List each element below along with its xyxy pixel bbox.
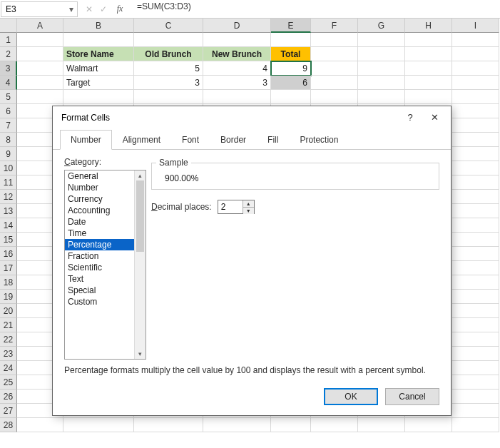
cell-I1[interactable] (452, 33, 499, 47)
row-header-20[interactable]: 20 (0, 304, 17, 318)
cell-I4[interactable] (452, 76, 499, 90)
row-header-25[interactable]: 25 (0, 375, 17, 390)
cell-D28[interactable] (203, 418, 271, 432)
ok-button[interactable]: OK (324, 388, 378, 405)
spinner-down-icon[interactable]: ▼ (243, 208, 254, 214)
row-header-22[interactable]: 22 (0, 332, 17, 347)
column-header-G[interactable]: G (358, 19, 405, 33)
row-header-4[interactable]: 4 (0, 76, 17, 90)
cell-B1[interactable] (63, 33, 134, 47)
confirm-formula-icon[interactable]: ✓ (100, 4, 107, 14)
cell-G5[interactable] (358, 90, 405, 104)
row-header-12[interactable]: 12 (0, 190, 17, 204)
cell-H5[interactable] (405, 90, 452, 104)
tab-alignment[interactable]: Alignment (112, 130, 171, 150)
cell-C5[interactable] (134, 90, 203, 104)
cell-G2[interactable] (358, 47, 405, 61)
cell-I24[interactable] (452, 361, 499, 375)
cell-I28[interactable] (452, 418, 499, 432)
cell-H4[interactable] (405, 76, 452, 90)
tab-number[interactable]: Number (60, 130, 112, 150)
cell-B3[interactable]: Walmart (63, 61, 134, 76)
cell-I10[interactable] (452, 161, 499, 175)
cell-F3[interactable] (311, 61, 358, 76)
cell-E1[interactable] (271, 33, 311, 47)
decimal-places-stepper[interactable]: ▲ ▼ (218, 200, 255, 214)
name-box[interactable]: E3 (1, 4, 66, 14)
cell-I12[interactable] (452, 190, 499, 204)
cell-I18[interactable] (452, 275, 499, 290)
select-all-corner[interactable] (0, 19, 17, 33)
column-header-F[interactable]: F (311, 19, 358, 33)
cell-G3[interactable] (358, 61, 405, 76)
column-header-A[interactable]: A (17, 19, 63, 33)
row-header-9[interactable]: 9 (0, 147, 17, 161)
cell-I21[interactable] (452, 318, 499, 332)
row-header-5[interactable]: 5 (0, 90, 17, 104)
column-header-B[interactable]: B (63, 19, 134, 33)
row-header-3[interactable]: 3 (0, 61, 17, 76)
cell-I16[interactable] (452, 247, 499, 261)
cell-E28[interactable] (271, 418, 311, 432)
tab-border[interactable]: Border (210, 130, 257, 150)
scroll-thumb[interactable] (136, 180, 144, 252)
cell-E5[interactable] (271, 90, 311, 104)
row-header-11[interactable]: 11 (0, 175, 17, 190)
column-header-E[interactable]: E (271, 19, 311, 33)
row-header-13[interactable]: 13 (0, 204, 17, 218)
row-header-8[interactable]: 8 (0, 133, 17, 147)
cell-I5[interactable] (452, 90, 499, 104)
category-listbox[interactable]: GeneralNumberCurrencyAccountingDateTimeP… (64, 170, 146, 360)
row-header-17[interactable]: 17 (0, 261, 17, 275)
cell-I7[interactable] (452, 118, 499, 133)
cell-I19[interactable] (452, 290, 499, 304)
cell-A1[interactable] (17, 33, 63, 47)
cell-F5[interactable] (311, 90, 358, 104)
row-header-6[interactable]: 6 (0, 104, 17, 118)
cell-A5[interactable] (17, 90, 63, 104)
cell-C3[interactable]: 5 (134, 61, 203, 76)
scroll-up-icon[interactable]: ▴ (135, 170, 146, 180)
cell-I17[interactable] (452, 261, 499, 275)
cell-F1[interactable] (311, 33, 358, 47)
cell-C4[interactable]: 3 (134, 76, 203, 90)
cell-I13[interactable] (452, 204, 499, 218)
cell-A4[interactable] (17, 76, 63, 90)
row-header-7[interactable]: 7 (0, 118, 17, 133)
cell-F4[interactable] (311, 76, 358, 90)
cell-A3[interactable] (17, 61, 63, 76)
cell-I26[interactable] (452, 390, 499, 404)
cell-H3[interactable] (405, 61, 452, 76)
cell-A2[interactable] (17, 47, 63, 61)
row-header-15[interactable]: 15 (0, 233, 17, 247)
cell-I27[interactable] (452, 404, 499, 418)
cell-I20[interactable] (452, 304, 499, 318)
cell-B2[interactable]: Store Name (63, 47, 134, 61)
cell-I9[interactable] (452, 147, 499, 161)
cell-B28[interactable] (63, 418, 134, 432)
cell-G4[interactable] (358, 76, 405, 90)
cell-H28[interactable] (405, 418, 452, 432)
row-header-10[interactable]: 10 (0, 161, 17, 175)
cell-A28[interactable] (17, 418, 63, 432)
cell-I2[interactable] (452, 47, 499, 61)
dialog-titlebar[interactable]: Format Cells ? ✕ (53, 106, 451, 129)
dialog-close-button[interactable]: ✕ (422, 108, 447, 127)
dialog-help-button[interactable]: ? (398, 108, 422, 127)
fx-icon[interactable]: fx (114, 4, 126, 14)
row-header-19[interactable]: 19 (0, 290, 17, 304)
cell-F2[interactable] (311, 47, 358, 61)
cell-C1[interactable] (134, 33, 203, 47)
row-header-24[interactable]: 24 (0, 361, 17, 375)
row-header-1[interactable]: 1 (0, 33, 17, 47)
cell-C2[interactable]: Old Brunch (134, 47, 203, 61)
column-header-C[interactable]: C (134, 19, 203, 33)
cell-E4[interactable]: 6 (271, 76, 311, 90)
column-header-D[interactable]: D (203, 19, 271, 33)
name-box-dropdown-icon[interactable]: ▾ (66, 4, 77, 14)
cell-D3[interactable]: 4 (203, 61, 271, 76)
tab-font[interactable]: Font (171, 130, 210, 150)
row-header-2[interactable]: 2 (0, 47, 17, 61)
cell-I6[interactable] (452, 104, 499, 118)
scroll-down-icon[interactable]: ▾ (135, 349, 146, 359)
